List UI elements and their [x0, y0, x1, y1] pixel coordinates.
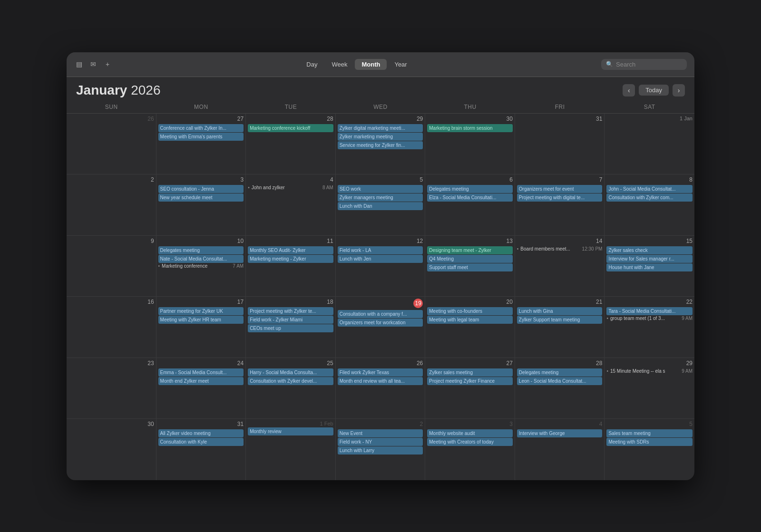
event-block[interactable]: Meeting with Emma's parents	[158, 133, 244, 141]
event-block[interactable]: Marketing brain storm session	[427, 124, 513, 132]
event-block[interactable]: Project meeting with digital te...	[517, 193, 603, 202]
event-block[interactable]: Lunch with Gina	[517, 307, 603, 315]
calendar-cell[interactable]: 2	[67, 174, 156, 235]
event-block[interactable]: Elza - Social Media Consultati...	[427, 193, 513, 202]
calendar-cell[interactable]: 19Consultation with a company f...Organi…	[336, 297, 426, 358]
event-block[interactable]: Zylker managers meeting	[338, 193, 423, 202]
event-block[interactable]: Harry - Social Media Consulta...	[248, 368, 333, 377]
calendar-cell[interactable]: 11Monthly SEO Audit- ZylkerMarketing mee…	[246, 236, 336, 297]
event-block[interactable]: Organizers meet for event	[517, 185, 603, 193]
event-block[interactable]: Field work - LA	[338, 246, 423, 254]
event-block[interactable]: Marketing meeting - Zylker	[248, 255, 333, 263]
event-block[interactable]: Consultation with Kyle	[158, 438, 244, 446]
event-block[interactable]: Monthly SEO Audit- Zylker	[248, 246, 333, 254]
week-view-btn[interactable]: Week	[325, 59, 354, 70]
event-block[interactable]: Meeting with Creators of today	[427, 438, 513, 446]
calendar-cell[interactable]: 3Monthly website auditMeeting with Creat…	[425, 419, 515, 480]
calendar-cell[interactable]: 15Zylker sales checkInterview for Sales …	[605, 236, 694, 297]
calendar-cell[interactable]: 8John - Social Media Consultat...Consult…	[605, 174, 694, 235]
event-block[interactable]: Filed work Zylker Texas	[338, 368, 423, 377]
calendar-cell[interactable]: 23	[67, 358, 156, 419]
calendar-cell[interactable]: 1 FebMonthly review	[246, 419, 336, 480]
calendar-cell[interactable]: 10Delegates meetingNate - Social Media C…	[156, 236, 246, 297]
calendar-cell[interactable]: 3SEO consultation - JennaNew year schedu…	[156, 174, 246, 235]
calendar-cell[interactable]: 9	[67, 236, 156, 297]
event-block[interactable]: SEO consultation - Jenna	[158, 185, 244, 193]
calendar-cell[interactable]: 30Marketing brain storm session	[425, 114, 515, 174]
year-view-btn[interactable]: Year	[388, 59, 413, 70]
event-block[interactable]: Lunch with Jen	[338, 255, 423, 263]
event-block[interactable]: All Zylker video meeting	[158, 429, 244, 437]
event-block[interactable]: Interview for Sales manager r...	[606, 255, 693, 263]
calendar-cell[interactable]: 16	[67, 297, 156, 358]
event-block[interactable]: Meeting with legal team	[427, 316, 513, 324]
event-block[interactable]: Leon - Social Media Consultat...	[517, 377, 603, 385]
calendar-cell[interactable]: 31	[515, 114, 605, 174]
event-block[interactable]: Lunch with Dan	[338, 202, 423, 210]
event-block[interactable]: Zylker sales meeting	[427, 368, 513, 377]
calendar-cell[interactable]: 27Zylker sales meetingProject meeting Zy…	[425, 358, 515, 419]
event-block[interactable]: Support staff meet	[427, 263, 513, 271]
calendar-cell[interactable]: 13Designing team meet - ZylkerQ4 Meeting…	[425, 236, 515, 297]
event-dot[interactable]: Board members meet...12:30 PM	[517, 246, 603, 251]
calendar-cell[interactable]: 30	[67, 419, 156, 480]
event-block[interactable]: Meeting with co-founders	[427, 307, 513, 315]
calendar-cell[interactable]: 17Partner meeting for Zylker UKMeeting w…	[156, 297, 246, 358]
event-block[interactable]: Emma - Social Media Consult...	[158, 368, 244, 377]
calendar-cell[interactable]: 27Conference call with Zylker In...Meeti…	[156, 114, 246, 174]
event-block[interactable]: Meeting with SDRs	[606, 438, 693, 446]
calendar-cell[interactable]: 4Interview with George	[515, 419, 605, 480]
calendar-cell[interactable]: 25Harry - Social Media Consulta...Consul…	[246, 358, 336, 419]
calendar-cell[interactable]: 5Sales team meetingMeeting with SDRs	[605, 419, 694, 480]
event-block[interactable]: Field work - NY	[338, 438, 423, 446]
add-icon[interactable]: +	[103, 59, 112, 69]
event-block[interactable]: Marketing conference kickoff	[248, 124, 333, 132]
calendar-cell[interactable]: 7Organizers meet for eventProject meetin…	[515, 174, 605, 235]
event-block[interactable]: Tara - Social Media Consultati...	[606, 307, 693, 315]
calendar-cell[interactable]: 20Meeting with co-foundersMeeting with l…	[425, 297, 515, 358]
event-block[interactable]: Project meeting Zylker Finance	[427, 377, 513, 385]
calendar-cell[interactable]: 21Lunch with GinaZylker Support team mee…	[515, 297, 605, 358]
calendar-cell[interactable]: 1 Jan	[605, 114, 694, 174]
event-block[interactable]: Consultation with Zylker com...	[606, 193, 693, 202]
event-block[interactable]: Zylker sales check	[606, 246, 693, 254]
event-dot[interactable]: 15 Minute Meeting -- ela s9 AM	[606, 368, 693, 374]
search-input[interactable]	[616, 61, 682, 68]
month-view-btn[interactable]: Month	[355, 59, 387, 70]
event-block[interactable]: Month end review with all tea...	[338, 377, 423, 385]
event-block[interactable]: Conference call with Zylker In...	[158, 124, 244, 132]
today-btn[interactable]: Today	[639, 85, 669, 96]
calendar-cell[interactable]: 2New EventField work - NYLunch with Larr…	[336, 419, 426, 480]
event-block[interactable]: Project meeting with Zylker te...	[248, 307, 333, 315]
calendar-cell[interactable]: 26	[67, 114, 156, 174]
event-block[interactable]: New year schedule meet	[158, 193, 244, 202]
calendar-cell[interactable]: 2915 Minute Meeting -- ela s9 AM	[605, 358, 694, 419]
event-block[interactable]: Lunch with Larry	[338, 446, 423, 455]
inbox-icon[interactable]: ✉	[88, 59, 98, 69]
event-block[interactable]: House hunt with Jane	[606, 263, 693, 271]
calendar-cell[interactable]: 14Board members meet...12:30 PM	[515, 236, 605, 297]
event-block[interactable]: Consultation with Zylker devel...	[248, 377, 333, 385]
search-box[interactable]: 🔍	[601, 59, 687, 70]
calendar-cell[interactable]: 22Tara - Social Media Consultati...group…	[605, 297, 694, 358]
event-block[interactable]: Sales team meeting	[606, 429, 693, 437]
event-block[interactable]: Service meeting for Zylker fin...	[338, 141, 423, 149]
event-block[interactable]: Field work - Zylker Miami	[248, 316, 333, 324]
event-block[interactable]: Zylker digital marketing meeti...	[338, 124, 423, 132]
event-block[interactable]: Meeting with Zylker HR team	[158, 316, 244, 324]
next-month-btn[interactable]: ›	[673, 84, 685, 97]
event-block[interactable]: CEOs meet up	[248, 324, 333, 332]
calendar-cell[interactable]: 26Filed work Zylker TexasMonth end revie…	[336, 358, 426, 419]
calendar-cell[interactable]: 5SEO workZylker managers meetingLunch wi…	[336, 174, 426, 235]
event-block[interactable]: Monthly review	[248, 427, 333, 435]
event-dot[interactable]: John and zylker8 AM	[248, 185, 333, 190]
calendar-cell[interactable]: 28Marketing conference kickoff	[246, 114, 336, 174]
event-block[interactable]: Q4 Meeting	[427, 255, 513, 263]
event-block[interactable]: Consultation with a company f...	[338, 310, 423, 318]
event-block[interactable]: Zylker marketing meeting	[338, 133, 423, 141]
prev-month-btn[interactable]: ‹	[623, 84, 635, 97]
day-view-btn[interactable]: Day	[300, 59, 324, 70]
calendar-cell[interactable]: 28Delegates meetingLeon - Social Media C…	[515, 358, 605, 419]
calendar-cell[interactable]: 4John and zylker8 AM	[246, 174, 336, 235]
event-block[interactable]: Designing team meet - Zylker	[427, 246, 513, 254]
